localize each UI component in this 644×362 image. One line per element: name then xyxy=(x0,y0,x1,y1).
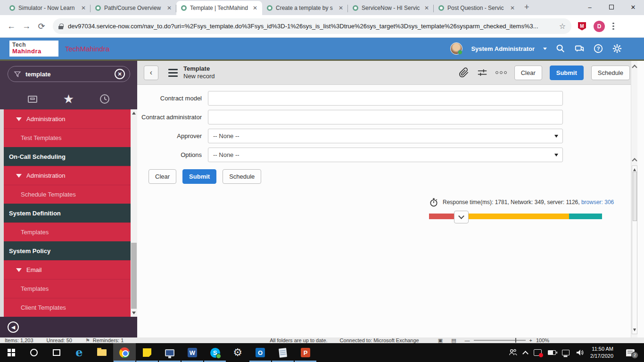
tab-close-icon[interactable]: ✕ xyxy=(80,5,87,11)
clear-button[interactable]: Clear xyxy=(149,169,176,184)
header-clear-button[interactable]: Clear xyxy=(514,66,542,80)
zoom-slider[interactable] xyxy=(474,340,526,341)
attachment-paperclip-icon[interactable] xyxy=(459,67,469,78)
window-maximize-button[interactable] xyxy=(601,0,622,14)
word-taskbar-button[interactable]: W xyxy=(181,343,204,362)
menu-group-administration-2[interactable]: Administration xyxy=(4,166,131,185)
collapse-triangle-icon[interactable] xyxy=(16,268,22,272)
bookmark-star-icon[interactable]: ☆ xyxy=(559,22,566,31)
content-scrollbar[interactable] xyxy=(631,61,637,337)
menu-item-test-templates[interactable]: Test Templates xyxy=(4,128,131,147)
browser-time-link[interactable]: browser: 306 xyxy=(581,199,614,206)
settings-gear-icon[interactable] xyxy=(612,43,622,54)
notification-app-tray-icon[interactable] xyxy=(534,349,542,356)
zoom-level[interactable]: 100% xyxy=(536,337,549,343)
zoom-out-icon[interactable]: — xyxy=(465,337,470,343)
navigator-scrollbar[interactable] xyxy=(131,109,137,317)
sticky-notes-taskbar-button[interactable] xyxy=(136,343,158,362)
remote-desktop-taskbar-button[interactable] xyxy=(158,343,181,362)
scroll-up-icon[interactable] xyxy=(132,112,136,115)
scroll-down-icon[interactable] xyxy=(132,312,136,314)
collapse-triangle-icon[interactable] xyxy=(16,117,22,121)
contract-administrator-field[interactable] xyxy=(208,110,563,124)
tab-close-icon[interactable]: ✕ xyxy=(166,5,173,11)
tab-post-question[interactable]: Post Question - Servic ✕ xyxy=(434,1,520,15)
response-details-toggle[interactable] xyxy=(454,211,469,223)
back-navigation-icon[interactable]: ← xyxy=(4,21,19,31)
settings-taskbar-button[interactable]: ⚙ xyxy=(226,343,249,362)
global-search-icon[interactable] xyxy=(555,43,566,54)
cortana-button[interactable] xyxy=(23,343,45,362)
user-avatar[interactable] xyxy=(450,42,462,55)
forward-navigation-icon[interactable]: → xyxy=(19,21,34,31)
layout-view-icon[interactable]: ▤ xyxy=(451,337,456,343)
navigator-filter-input[interactable]: template ✕ xyxy=(8,66,130,82)
submit-button[interactable]: Submit xyxy=(182,169,216,184)
task-view-button[interactable] xyxy=(45,343,68,362)
zoom-in-icon[interactable]: + xyxy=(529,337,532,343)
menu-group-administration[interactable]: Administration xyxy=(4,109,131,128)
tab-close-icon[interactable]: ✕ xyxy=(338,5,344,11)
tab-servicenow-hi[interactable]: ServiceNow - HI Servic ✕ xyxy=(348,1,434,15)
user-menu[interactable]: System Administrator xyxy=(471,45,535,52)
schedule-button[interactable]: Schedule xyxy=(223,169,261,184)
browser-profile-avatar[interactable]: D xyxy=(594,21,605,32)
show-hidden-icons-chevron[interactable] xyxy=(522,351,528,357)
skype-taskbar-button[interactable]: S xyxy=(204,343,226,362)
history-tab-icon[interactable] xyxy=(99,93,110,105)
chrome-taskbar-button[interactable] xyxy=(113,343,136,362)
menu-item-email-templates[interactable]: Templates xyxy=(4,279,131,298)
tab-create-template[interactable]: Create a template by s ✕ xyxy=(262,1,348,15)
inner-scrollbar[interactable] xyxy=(632,165,637,334)
secure-lock-icon[interactable] xyxy=(58,24,63,29)
battery-icon[interactable] xyxy=(548,350,556,355)
collapse-navigator-icon[interactable]: ◀ xyxy=(8,321,19,333)
powerpoint-taskbar-button[interactable]: P xyxy=(294,343,317,362)
people-tray-icon[interactable] xyxy=(509,348,517,357)
personalize-form-sliders-icon[interactable] xyxy=(477,67,488,78)
tab-simulator[interactable]: Simulator - Now Learn ✕ xyxy=(5,1,91,15)
all-applications-tab-icon[interactable] xyxy=(27,93,38,105)
approver-select[interactable]: -- None -- xyxy=(208,129,563,143)
more-options-icon[interactable] xyxy=(495,71,507,74)
scroll-up-icon[interactable] xyxy=(632,65,637,70)
connect-chat-icon[interactable] xyxy=(574,43,585,54)
new-tab-button[interactable]: + xyxy=(524,2,529,12)
scrollbar-thumb[interactable] xyxy=(633,172,637,221)
tab-close-icon[interactable]: ✕ xyxy=(509,5,516,11)
url-text[interactable]: dev97034.service-now.com/nav_to.do?uri=%… xyxy=(68,23,554,30)
tab-close-icon[interactable]: ✕ xyxy=(252,5,258,11)
browser-menu-icon[interactable] xyxy=(612,23,614,30)
address-bar[interactable]: dev97034.service-now.com/nav_to.do?uri=%… xyxy=(53,18,571,34)
start-button[interactable] xyxy=(0,343,23,362)
window-close-button[interactable]: ✕ xyxy=(622,0,644,14)
outlook-taskbar-button[interactable]: O xyxy=(249,343,272,362)
tab-path-course[interactable]: Path/Course Overview ✕ xyxy=(91,1,176,15)
menu-item-templates[interactable]: Templates xyxy=(4,222,131,241)
notepad-taskbar-button[interactable] xyxy=(272,343,294,362)
edge-taskbar-button[interactable]: e xyxy=(68,343,91,362)
form-back-button[interactable]: ‹ xyxy=(144,66,158,80)
scroll-up-icon[interactable] xyxy=(632,158,637,163)
filter-clear-icon[interactable]: ✕ xyxy=(115,69,125,79)
network-icon[interactable] xyxy=(562,350,570,355)
favorites-tab-icon[interactable]: ★ xyxy=(63,93,74,105)
taskbar-clock[interactable]: 11:50 AM 2/17/2020 xyxy=(590,346,613,360)
collapse-triangle-icon[interactable] xyxy=(16,174,22,178)
filter-value[interactable]: template xyxy=(25,71,110,78)
scroll-up-icon[interactable] xyxy=(633,168,636,171)
user-menu-caret-icon[interactable] xyxy=(543,48,547,50)
action-center-icon[interactable]: 2 xyxy=(626,349,635,356)
file-explorer-taskbar-button[interactable] xyxy=(91,343,113,362)
scroll-down-icon[interactable] xyxy=(633,329,636,331)
header-submit-button[interactable]: Submit xyxy=(550,66,584,80)
options-select[interactable]: -- None -- xyxy=(208,148,563,162)
form-context-menu-icon[interactable] xyxy=(168,69,178,77)
window-minimize-button[interactable]: – xyxy=(579,0,601,14)
tab-template-active[interactable]: Template | TechMahind ✕ xyxy=(176,1,262,15)
menu-item-client-templates[interactable]: Client Templates xyxy=(4,298,131,317)
menu-group-email[interactable]: Email xyxy=(4,260,131,279)
menu-item-schedule-templates[interactable]: Schedule Templates xyxy=(4,185,131,204)
header-schedule-button[interactable]: Schedule xyxy=(591,66,630,80)
reading-view-icon[interactable]: ▣ xyxy=(438,337,443,343)
